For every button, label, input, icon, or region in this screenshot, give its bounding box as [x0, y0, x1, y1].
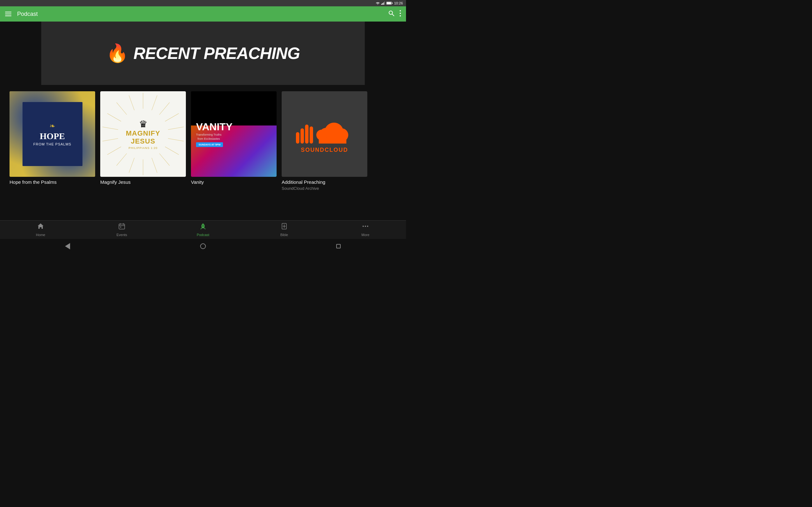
svg-point-11 [400, 15, 401, 16]
more-options-button[interactable] [400, 10, 401, 18]
home-button[interactable] [197, 240, 209, 252]
svg-rect-33 [310, 126, 313, 144]
back-icon [65, 243, 70, 249]
nav-label-home: Home [36, 233, 45, 237]
svg-rect-39 [119, 224, 125, 229]
svg-point-48 [362, 226, 364, 227]
podcast-thumbnail-magnify[interactable]: ♛ MAGNIFYJESUS PHILIPPIANS 1:20 [100, 91, 186, 177]
hero-flame-emoji: 🔥 [106, 44, 129, 62]
vanity-thumb-badge: SUNDAYS AT 5PM [196, 142, 223, 147]
svg-point-10 [400, 13, 401, 14]
svg-line-24 [107, 147, 121, 155]
svg-line-25 [102, 138, 118, 141]
svg-line-17 [168, 138, 184, 141]
svg-line-16 [168, 127, 184, 130]
svg-line-27 [107, 113, 121, 121]
recents-button[interactable] [332, 240, 345, 252]
podcast-item-magnify[interactable]: ♛ MAGNIFYJESUS PHILIPPIANS 1:20 Magnify … [100, 91, 186, 185]
soundcloud-logo-icon [296, 115, 353, 144]
podcast-thumbnail-hope[interactable]: ❧ HOPE FROM THE PSALMS [9, 91, 95, 177]
system-nav [0, 239, 406, 253]
app-bar-title: Podcast [17, 11, 388, 17]
podcast-thumbnail-soundcloud[interactable]: SOUNDCLOUD [282, 91, 367, 177]
podcast-title-magnify: Magnify Jesus [100, 179, 186, 185]
more-icon [362, 223, 369, 232]
svg-line-22 [129, 158, 135, 173]
svg-line-18 [165, 147, 179, 155]
svg-rect-6 [387, 2, 391, 4]
hero-title: RECENT PREACHING [134, 44, 300, 63]
nav-item-bible[interactable]: Bible [268, 220, 300, 239]
battery-icon [386, 2, 393, 5]
events-icon [118, 223, 125, 232]
svg-rect-2 [383, 3, 384, 5]
podcast-item-hope[interactable]: ❧ HOPE FROM THE PSALMS Hope from the Psa… [9, 91, 95, 185]
app-bar-actions [388, 10, 401, 18]
bible-icon [281, 223, 288, 232]
back-button[interactable] [61, 240, 74, 252]
hero-content: 🔥 RECENT PREACHING [106, 44, 300, 63]
svg-line-14 [159, 102, 169, 114]
svg-rect-43 [120, 227, 121, 228]
svg-line-29 [129, 95, 135, 110]
magnify-crown-icon: ♛ [139, 118, 148, 130]
hope-thumb-title: HOPE [40, 131, 65, 141]
nav-item-podcast[interactable]: Podcast [187, 220, 219, 239]
svg-line-28 [116, 102, 126, 114]
nav-item-more[interactable]: More [350, 220, 381, 239]
podcast-icon [200, 223, 206, 232]
nav-item-events[interactable]: Events [106, 220, 138, 239]
bottom-nav: Home Events Podcast [0, 220, 406, 239]
svg-line-8 [392, 14, 394, 16]
svg-rect-5 [392, 3, 393, 4]
nav-label-more: More [361, 233, 369, 237]
nav-item-home[interactable]: Home [25, 220, 56, 239]
svg-point-50 [367, 226, 368, 227]
magnify-thumb-title: MAGNIFYJESUS [126, 130, 160, 145]
svg-point-38 [316, 130, 327, 140]
svg-line-15 [165, 113, 179, 121]
svg-line-19 [159, 153, 169, 165]
menu-button[interactable] [5, 12, 11, 16]
wifi-icon [375, 2, 380, 5]
nav-label-events: Events [116, 233, 127, 237]
content-area: ❧ HOPE FROM THE PSALMS Hope from the Psa… [0, 85, 406, 220]
nav-label-bible: Bible [281, 233, 288, 237]
status-time: 10:26 [394, 1, 403, 5]
vanity-thumb-subtitle: Transforming Truthsfrom Ecclesiastes [196, 133, 221, 141]
soundcloud-brand-text: SOUNDCLOUD [301, 147, 348, 153]
signal-icon [381, 2, 385, 5]
svg-line-20 [152, 158, 157, 173]
hero-right-shadow [365, 21, 406, 85]
home-nav-icon [200, 243, 206, 249]
podcast-item-soundcloud[interactable]: SOUNDCLOUD Additional Preaching SoundClo… [282, 91, 367, 191]
svg-line-13 [152, 95, 157, 110]
svg-point-49 [365, 226, 366, 227]
podcast-item-vanity[interactable]: VANITY Transforming Truthsfrom Ecclesias… [191, 91, 276, 185]
podcast-grid: ❧ HOPE FROM THE PSALMS Hope from the Psa… [9, 91, 397, 191]
hope-thumb-subtitle: FROM THE PSALMS [33, 142, 71, 146]
svg-rect-1 [382, 3, 383, 5]
nav-label-podcast: Podcast [197, 233, 209, 237]
podcast-title-vanity: Vanity [191, 179, 276, 185]
podcast-title-hope: Hope from the Psalms [9, 179, 95, 185]
svg-rect-31 [300, 128, 304, 144]
search-button[interactable] [388, 10, 395, 18]
hope-ornament: ❧ [49, 122, 55, 130]
podcast-subtitle-soundcloud: SoundCloud Archive [282, 186, 367, 191]
svg-rect-32 [305, 124, 309, 144]
recents-icon [336, 244, 341, 248]
svg-rect-3 [384, 2, 385, 5]
app-bar: Podcast [0, 6, 406, 21]
status-icons: 10:26 [375, 1, 403, 5]
home-icon [37, 223, 44, 232]
svg-point-9 [400, 10, 401, 11]
podcast-thumbnail-vanity[interactable]: VANITY Transforming Truthsfrom Ecclesias… [191, 91, 276, 177]
svg-line-26 [102, 127, 118, 130]
podcast-title-soundcloud: Additional Preaching [282, 179, 367, 185]
svg-line-23 [116, 153, 126, 165]
hero-left-shadow [0, 21, 41, 85]
status-bar: 10:26 [0, 0, 406, 6]
svg-rect-30 [296, 132, 299, 144]
hero-banner[interactable]: 🔥 RECENT PREACHING [0, 21, 406, 85]
